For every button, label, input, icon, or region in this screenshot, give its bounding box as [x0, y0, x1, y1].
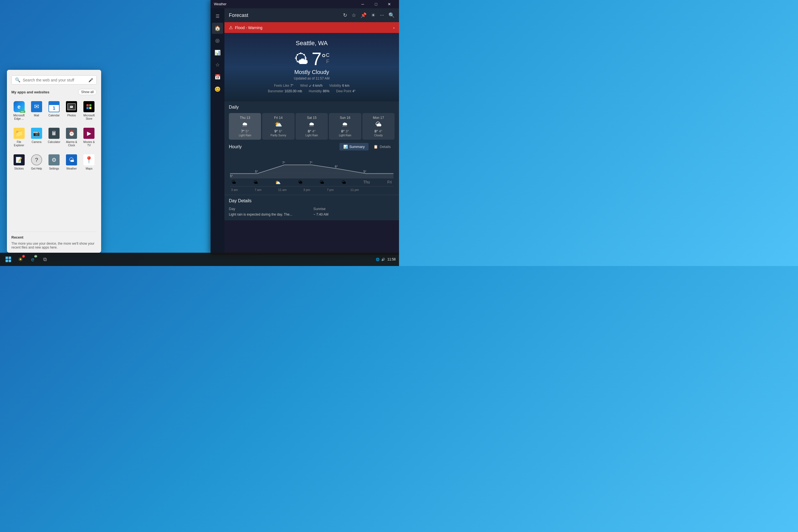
day-card-thu[interactable]: Thu 13 🌧 7° 5° Light Rain	[229, 113, 261, 140]
day-temps-mon: 8° 4°	[365, 129, 392, 133]
maximize-button[interactable]: □	[369, 0, 382, 8]
app-item-calculator[interactable]: 🖩 Calculator	[46, 125, 61, 149]
temperature-value: 7	[312, 50, 322, 68]
svg-text:7°: 7°	[282, 161, 285, 164]
app-item-calendar[interactable]: 1 Calendar	[46, 98, 61, 123]
app-item-store[interactable]: Microsoft Store	[81, 98, 97, 123]
day-icon-mon: 🌥	[365, 121, 392, 128]
clock-display[interactable]: 11:58	[387, 258, 396, 261]
day-hi-fri: 9°	[274, 129, 278, 133]
store-icon	[83, 101, 94, 112]
search-input-wrap[interactable]: 🔍 🎤	[11, 75, 97, 84]
app-item-stickies[interactable]: 📝 Stickies	[11, 152, 26, 173]
mic-icon[interactable]: 🎤	[89, 78, 93, 82]
hourly-chart-wrap: 5° 5° 7° 7° 6° 5° 🌥 🌥 ⛅ 🌦	[229, 154, 395, 191]
app-item-movies[interactable]: ▶ Movies & TV	[81, 125, 97, 149]
day-cond-sun: Light Rain	[331, 134, 359, 137]
weather-details-row-2: Barometer 1020.00 mb Humidity 86% Dew Po…	[230, 89, 394, 93]
taskbar-edge-icon[interactable]: e DEV	[28, 254, 38, 264]
app-item-maps[interactable]: 📍 Maps	[81, 152, 97, 173]
sidebar-chart-button[interactable]: 📊	[212, 47, 223, 58]
refresh-icon[interactable]: ↻	[343, 12, 347, 18]
wind-value: ↙ 4 km/h	[309, 84, 323, 88]
search-input[interactable]	[23, 78, 86, 82]
start-button[interactable]	[3, 254, 13, 264]
sunrise-detail-box: Sunrise ~ 7:40 AM	[314, 207, 395, 217]
weather-app-icon: 🌤	[66, 154, 77, 166]
day-card-mon[interactable]: Mon 17 🌥 8° 4° Cloudy	[362, 113, 395, 140]
stickies-icon-wrap: 📝	[13, 154, 25, 166]
sidebar-emoji-button[interactable]: 😊	[212, 84, 223, 95]
app-label-get-help: Get Help	[31, 167, 42, 170]
app-item-mail[interactable]: ✉ Mail	[29, 98, 44, 123]
condition-text: Mostly Cloudy	[230, 69, 394, 75]
taskbar: ☀ ! e DEV ⧉ 🌐 🔊 11:58	[0, 253, 399, 266]
app-item-edge[interactable]: e DEV Microsoft Edge ...	[11, 98, 26, 123]
pin-icon[interactable]: 📌	[360, 12, 366, 18]
sidebar-calendar-button[interactable]: 📅	[212, 72, 223, 82]
svg-text:5°: 5°	[363, 170, 366, 173]
day-label: Day	[229, 207, 310, 211]
time-label-7pm: 7 pm	[327, 188, 334, 191]
more-icon[interactable]: ···	[380, 12, 384, 18]
get-help-icon: ?	[31, 154, 42, 166]
app-item-camera[interactable]: 📷 Camera	[29, 125, 44, 149]
calculator-icon-wrap: 🖩	[48, 127, 60, 139]
warning-triangle-icon: ⚠	[229, 25, 233, 30]
close-button[interactable]: ✕	[383, 0, 396, 8]
hourly-icon-11pm: 🌥	[342, 180, 346, 185]
day-card-sat[interactable]: Sat 15 🌧 8° 4° Light Rain	[296, 113, 328, 140]
brightness-icon[interactable]: ☀	[371, 12, 376, 18]
day-card-fri[interactable]: Fri 14 ⛅ 9° 6° Partly Sunny	[262, 113, 294, 140]
temp-chart-area: 5° 5° 7° 7° 6° 5°	[230, 154, 394, 179]
celsius-button[interactable]: C	[326, 52, 329, 58]
sidebar-home-button[interactable]: 🏠	[212, 23, 223, 34]
day-hi-sat: 8°	[308, 129, 311, 133]
flood-warning-left: ⚠ Flood - Warning	[229, 25, 262, 30]
search-icon: 🔍	[15, 77, 20, 82]
apps-section: My apps and websites Show all e DEV Micr…	[7, 89, 101, 232]
svg-text:5°: 5°	[230, 174, 233, 177]
app-item-get-help[interactable]: ? Get Help	[29, 152, 44, 173]
app-item-photos[interactable]: 🏔 Photos	[64, 98, 79, 123]
sidebar-news-button[interactable]: ◎	[212, 35, 223, 46]
app-item-settings[interactable]: ⚙ Settings	[46, 152, 61, 173]
minimize-button[interactable]: ─	[356, 0, 369, 8]
show-all-button[interactable]: Show all	[78, 89, 97, 95]
cal-top	[49, 102, 59, 105]
movies-icon: ▶	[83, 128, 94, 139]
sidebar-menu-button[interactable]: ☰	[212, 11, 223, 22]
day-icon-fri: ⛅	[264, 121, 292, 128]
hourly-icon-fri: Fri	[387, 180, 392, 185]
app-item-weather[interactable]: 🌤 Weather	[64, 152, 79, 173]
mail-icon: ✉	[31, 101, 42, 112]
taskbar-edge-icon-symbol: e	[31, 256, 34, 263]
fahrenheit-button[interactable]: F	[326, 59, 329, 64]
flood-warning-banner[interactable]: ⚠ Flood - Warning ›	[225, 22, 399, 33]
weather-details-row-1: Feels Like 7° Wind ↙ 4 km/h Visibility 6…	[230, 84, 394, 88]
taskbar-weather-icon[interactable]: ☀ !	[16, 254, 25, 264]
sidebar-star-button[interactable]: ☆	[212, 59, 223, 70]
task-view-icon: ⧉	[43, 256, 47, 262]
settings-icon-wrap: ⚙	[48, 154, 60, 166]
app-item-file-explorer[interactable]: 📁 File Explorer	[11, 125, 26, 149]
weather-toolbar: Forecast ↻ ☆ 📌 ☀ ··· 🔍	[225, 8, 399, 22]
summary-tab[interactable]: 📊 Summary	[339, 143, 369, 150]
time-label-11am: 11 am	[278, 188, 287, 191]
store-dot-green	[89, 104, 92, 107]
details-tab[interactable]: 📋 Details	[369, 143, 395, 150]
taskbar-task-view-icon[interactable]: ⧉	[40, 254, 50, 264]
favorites-icon[interactable]: ☆	[352, 12, 356, 18]
day-lo-sat: 4°	[312, 129, 316, 133]
current-weather: Seattle, WA 🌤 7 ° C F Mostly Cloudy Upda…	[225, 33, 399, 101]
hourly-time-labels: 3 am 7 am 11 am 3 pm 7 pm 11 pm	[230, 186, 394, 191]
flood-warning-arrow[interactable]: ›	[393, 25, 395, 30]
app-item-alarms[interactable]: ⏰ Alarms & Clock	[64, 125, 79, 149]
visibility-value: 6 km	[342, 84, 349, 88]
day-card-sun[interactable]: Sun 16 🌧 8° 3° Light Rain	[329, 113, 361, 140]
toolbar-icons: ↻ ☆ 📌 ☀ ··· 🔍	[343, 12, 395, 18]
day-hi-thu: 7°	[241, 129, 244, 133]
hourly-tabs: 📊 Summary 📋 Details	[339, 143, 395, 150]
time-label-7am: 7 am	[255, 188, 261, 191]
search-icon[interactable]: 🔍	[388, 12, 395, 18]
